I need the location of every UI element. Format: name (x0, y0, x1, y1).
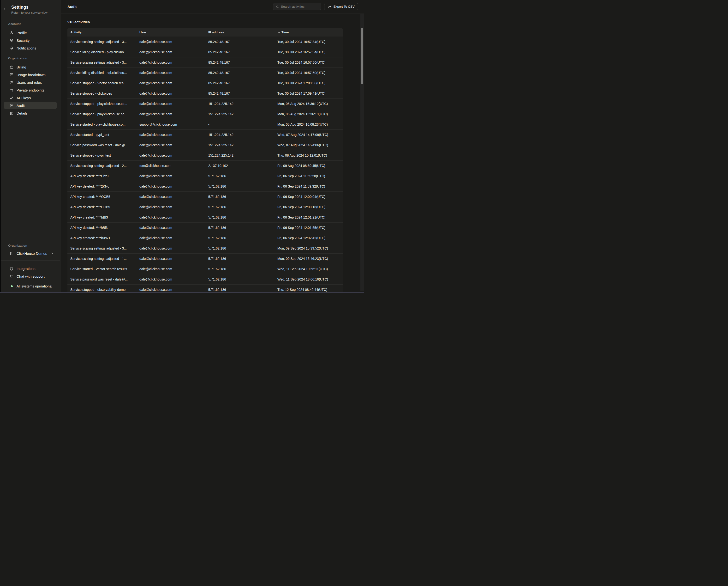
sidebar-item-integrations[interactable]: Integrations (4, 265, 57, 272)
activity-square-icon (9, 103, 14, 107)
activity-cell: Service password was reset - dale@... (68, 140, 136, 150)
column-header-user[interactable]: User (136, 28, 205, 36)
time-cell: Fri, 06 Sep 2024 12:00:16(UTC) (275, 202, 343, 212)
time-cell: Tue, 30 Jul 2024 16:57:50(UTC) (275, 57, 343, 68)
status-label: All systems operational (17, 284, 52, 288)
audit-table: ActivityUserIP addressTime Service scali… (68, 28, 343, 293)
sidebar-item-users-and-roles[interactable]: Users and roles (4, 79, 57, 86)
ip-cell: 5.71.62.186 (205, 233, 275, 243)
table-row[interactable]: Service scaling settings adjusted - 2...… (68, 161, 343, 171)
footer-organization-label: Organization (0, 244, 60, 247)
column-header-activity[interactable]: Activity (68, 28, 136, 36)
export-button-label: Export To CSV (334, 5, 355, 8)
audit-content: 918 activities ActivityUserIP addressTim… (61, 14, 364, 293)
table-row[interactable]: Service started - Vector search resultsd… (68, 264, 343, 274)
table-row[interactable]: API key created: ****hBl3dale@clickhouse… (68, 212, 343, 222)
sidebar-item-label: Security (17, 39, 29, 43)
sidebar-item-billing[interactable]: Billing (4, 64, 57, 71)
chart-square-icon (9, 73, 14, 77)
ip-cell: - (205, 119, 275, 129)
sidebar-item-api-keys[interactable]: API keys (4, 94, 57, 101)
export-to-csv-button[interactable]: Export To CSV (324, 3, 358, 10)
table-row[interactable]: API key created: ****bXWTdale@clickhouse… (68, 233, 343, 243)
sidebar-item-usage-breakdown[interactable]: Usage breakdown (4, 71, 57, 78)
activity-cell: Service idling disabled - sql.clickhou..… (68, 68, 136, 78)
status-dot-icon (11, 285, 13, 287)
ip-cell: 85.242.48.167 (205, 88, 275, 98)
ip-cell: 5.71.62.186 (205, 171, 275, 181)
organization-name: ClickHouse Demos (17, 251, 47, 255)
column-header-ip-address[interactable]: IP address (205, 28, 275, 36)
table-row[interactable]: Service stopped - pypi_testdale@clickhou… (68, 150, 343, 161)
time-cell: Mon, 09 Sep 2024 15:46:23(UTC) (275, 253, 343, 264)
scrollbar-thumb[interactable] (361, 28, 363, 84)
search-input[interactable] (281, 5, 318, 8)
table-row[interactable]: Service scaling settings adjusted - 3...… (68, 243, 343, 253)
sidebar-item-details[interactable]: Details (4, 109, 57, 117)
table-row[interactable]: Service scaling settings adjusted - 1...… (68, 253, 343, 264)
column-header-time[interactable]: Time (275, 28, 343, 36)
chevron-left-icon[interactable] (2, 6, 7, 11)
organization-switcher[interactable]: ClickHouse Demos (4, 250, 57, 257)
sidebar-item-audit[interactable]: Audit (4, 102, 57, 109)
table-row[interactable]: Service scaling settings adjusted - 3...… (68, 36, 343, 47)
settings-sidebar: Settings Return to your service view Acc… (0, 0, 60, 292)
sidebar-item-chat-with-support[interactable]: Chat with support (4, 273, 57, 280)
table-row[interactable]: Service idling disabled - play.clickho..… (68, 47, 343, 57)
sidebar-footer: Organization ClickHouse Demos Integratio… (0, 244, 60, 292)
ip-cell: 151.224.225.142 (205, 140, 275, 150)
activity-cell: API key deleted: ****hBl3 (68, 222, 136, 233)
table-row[interactable]: Service stopped - Vector search res...da… (68, 78, 343, 88)
sidebar-item-profile[interactable]: Profile (4, 29, 57, 36)
table-row[interactable]: Service idling disabled - sql.clickhou..… (68, 68, 343, 78)
sidebar-item-label: Profile (17, 31, 27, 35)
ip-cell: 5.71.62.186 (205, 222, 275, 233)
ip-cell: 85.242.48.167 (205, 47, 275, 57)
table-row[interactable]: API key deleted: ****CbzJdale@clickhouse… (68, 171, 343, 181)
building-icon (9, 251, 14, 255)
sidebar-item-security[interactable]: Security (4, 37, 57, 44)
search-activities-box[interactable] (273, 3, 321, 10)
ip-cell: 151.224.225.142 (205, 109, 275, 119)
sidebar-item-notifications[interactable]: Notifications (4, 44, 57, 52)
activity-cell: Service scaling settings adjusted - 3... (68, 243, 136, 253)
user-cell: dale@clickhouse.com (136, 202, 205, 212)
time-cell: Fri, 06 Sep 2024 12:02:42(UTC) (275, 233, 343, 243)
activity-cell: API key deleted: ****CbzJ (68, 171, 136, 181)
user-cell: dale@clickhouse.com (136, 109, 205, 119)
activity-cell: Service started - Vector search results (68, 264, 136, 274)
table-row[interactable]: Service started - play.clickhouse.co...s… (68, 119, 343, 129)
table-row[interactable]: Service stopped - play.clickhouse.co...d… (68, 109, 343, 119)
ip-cell: 85.242.48.167 (205, 57, 275, 68)
table-row[interactable]: API key deleted: ****OCB5dale@clickhouse… (68, 202, 343, 212)
time-cell: Mon, 05 Aug 2024 16:08:23(UTC) (275, 119, 343, 129)
table-row[interactable]: API key created: ****OCB5dale@clickhouse… (68, 191, 343, 202)
user-cell: dale@clickhouse.com (136, 191, 205, 202)
page-topbar: Audit Export To CSV (61, 0, 364, 14)
sidebar-item-private-endpoints[interactable]: Private endpoints (4, 87, 57, 94)
table-row[interactable]: Service stopped - clickpipesdale@clickho… (68, 88, 343, 98)
user-cell: dale@clickhouse.com (136, 57, 205, 68)
user-icon (9, 31, 14, 35)
user-cell: dale@clickhouse.com (136, 36, 205, 47)
time-cell: Fri, 06 Sep 2024 12:01:55(UTC) (275, 222, 343, 233)
activity-cell: Service stopped - Vector search res... (68, 78, 136, 88)
user-cell: dale@clickhouse.com (136, 222, 205, 233)
table-row[interactable]: Service stopped - play.clickhouse.co...d… (68, 98, 343, 109)
settings-title: Settings (11, 5, 56, 10)
chevron-right-icon (51, 252, 54, 255)
user-cell: dale@clickhouse.com (136, 253, 205, 264)
table-row[interactable]: Service password was reset - dale@...dal… (68, 140, 343, 150)
key-icon (9, 96, 14, 100)
table-row[interactable]: API key deleted: ****hBl3dale@clickhouse… (68, 222, 343, 233)
scrollbar-track[interactable] (360, 14, 364, 291)
sidebar-item-label: Audit (17, 103, 25, 107)
table-row[interactable]: Service password was reset - dale@...dal… (68, 274, 343, 284)
return-link[interactable]: Return to your service view (11, 11, 56, 15)
table-row[interactable]: API key deleted: ****2KNcdale@clickhouse… (68, 181, 343, 191)
table-row[interactable]: Service started - pypi_testdale@clickhou… (68, 129, 343, 140)
system-status[interactable]: All systems operational (4, 283, 57, 290)
column-label: Activity (70, 30, 82, 34)
table-row[interactable]: Service scaling settings adjusted - 3...… (68, 57, 343, 68)
user-cell: dale@clickhouse.com (136, 181, 205, 191)
